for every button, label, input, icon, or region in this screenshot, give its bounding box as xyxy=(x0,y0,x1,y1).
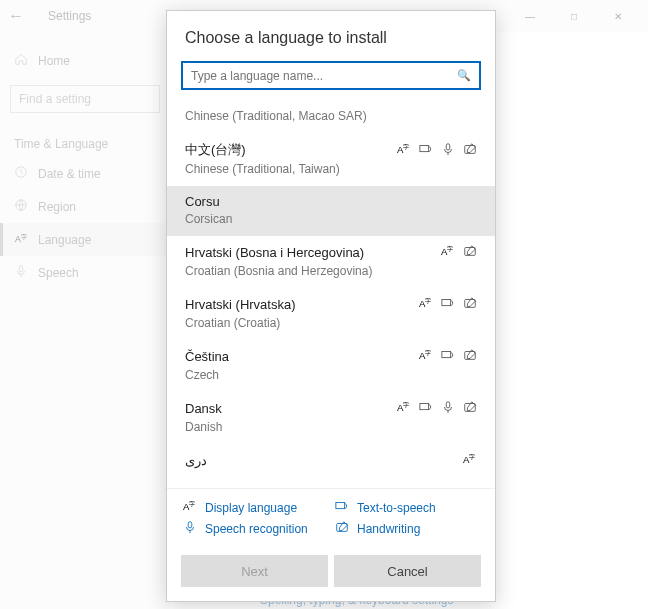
language-english-name: Danish xyxy=(185,420,477,434)
display-icon xyxy=(463,452,477,469)
hand-icon xyxy=(463,348,477,365)
cancel-button[interactable]: Cancel xyxy=(334,555,481,587)
language-native-name: Corsu xyxy=(185,194,220,209)
language-native-name: Čeština xyxy=(185,349,229,364)
language-english-name: Croatian (Croatia) xyxy=(185,316,477,330)
language-item[interactable]: 中文(台灣)Chinese (Traditional, Taiwan) xyxy=(167,133,495,186)
search-icon: 🔍 xyxy=(457,69,471,82)
display-icon xyxy=(397,142,411,159)
hand-icon xyxy=(463,142,477,159)
tts-icon xyxy=(441,348,455,365)
legend-speech: Speech recognition xyxy=(183,520,327,537)
legend-tts: Text-to-speech xyxy=(335,499,479,516)
language-item[interactable]: ČeštinaCzech xyxy=(167,340,495,392)
language-english-name: Czech xyxy=(185,368,477,382)
language-english-name: Croatian (Bosnia and Herzegovina) xyxy=(185,264,477,278)
speech-icon xyxy=(441,142,455,159)
language-item[interactable]: DanskDanish xyxy=(167,392,495,444)
language-item[interactable]: Hrvatski (Bosna i Hercegovina)Croatian (… xyxy=(167,236,495,288)
tts-icon xyxy=(441,296,455,313)
language-native-name: 中文(台灣) xyxy=(185,141,246,159)
language-english-name: Chinese (Traditional, Taiwan) xyxy=(185,162,477,176)
text-to-speech-icon xyxy=(335,499,349,516)
handwriting-icon xyxy=(335,520,349,537)
language-native-name: Hrvatski (Bosna i Hercegovina) xyxy=(185,245,364,260)
display-icon xyxy=(419,348,433,365)
legend-display: Display language xyxy=(183,499,327,516)
speech-recognition-icon xyxy=(183,520,197,537)
hand-icon xyxy=(463,296,477,313)
display-icon xyxy=(419,296,433,313)
legend-hand: Handwriting xyxy=(335,520,479,537)
speech-icon xyxy=(441,400,455,417)
tts-icon xyxy=(419,142,433,159)
language-item[interactable]: Hrvatski (Hrvatska)Croatian (Croatia) xyxy=(167,288,495,340)
language-item[interactable]: درى xyxy=(167,444,495,479)
next-button[interactable]: Next xyxy=(181,555,328,587)
hand-icon xyxy=(463,400,477,417)
language-install-dialog: Choose a language to install 🔍 Chinese (… xyxy=(166,10,496,602)
language-item[interactable]: Chinese (Traditional, Macao SAR) xyxy=(167,98,495,133)
hand-icon xyxy=(463,244,477,261)
display-language-icon xyxy=(183,499,197,516)
language-list[interactable]: Chinese (Traditional, Macao SAR)中文(台灣)Ch… xyxy=(167,98,495,488)
display-icon xyxy=(397,400,411,417)
language-native-name: درى xyxy=(185,453,207,468)
search-input[interactable] xyxy=(191,69,451,83)
language-english-name: Chinese (Traditional, Macao SAR) xyxy=(185,109,477,123)
feature-legend: Display language Text-to-speech Speech r… xyxy=(167,488,495,547)
language-native-name: Dansk xyxy=(185,401,222,416)
dialog-title: Choose a language to install xyxy=(167,11,495,57)
language-native-name: Hrvatski (Hrvatska) xyxy=(185,297,296,312)
language-search[interactable]: 🔍 xyxy=(181,61,481,90)
language-english-name: Corsican xyxy=(185,212,477,226)
language-item[interactable]: CorsuCorsican xyxy=(167,186,495,236)
display-icon xyxy=(441,244,455,261)
tts-icon xyxy=(419,400,433,417)
